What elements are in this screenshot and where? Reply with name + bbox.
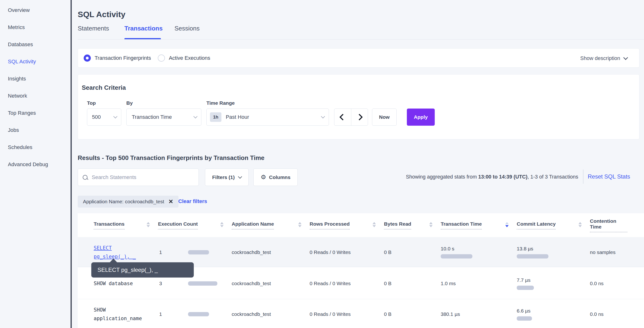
sidebar-item-top-ranges[interactable]: Top Ranges <box>0 105 70 122</box>
search-criteria-card: Search Criteria Top 500 By Transaction T… <box>78 74 640 140</box>
commit-latency-value: 6.6 µs <box>517 308 590 314</box>
filter-chip-label: Application Name: cockroachdb_test <box>83 199 164 204</box>
tab-statements[interactable]: Statements <box>78 25 109 32</box>
column-header-commit-latency: Commit Latency <box>517 221 590 229</box>
bytes-read-cell: 0 B <box>384 249 441 255</box>
sidebar-item-metrics[interactable]: Metrics <box>0 19 70 36</box>
clear-filters-link[interactable]: Clear filters <box>178 198 207 204</box>
show-description-toggle[interactable]: Show description <box>580 49 627 68</box>
commit-latency-bar <box>517 286 534 290</box>
sidebar-item-databases[interactable]: Databases <box>0 36 70 53</box>
stats-prefix: Showing aggregated stats from <box>406 174 478 180</box>
column-header-label[interactable]: Execution Count <box>158 221 198 229</box>
commit-latency-value: 7.7 µs <box>517 277 590 283</box>
tab-sessions[interactable]: Sessions <box>174 25 200 32</box>
sort-icon[interactable] <box>220 222 224 227</box>
sort-desc-icon[interactable] <box>505 222 508 227</box>
transaction-time-cell: 10.0 s <box>441 246 517 259</box>
sort-icon[interactable] <box>429 222 432 227</box>
transaction-fingerprint-text[interactable]: SHOW application_name <box>94 306 144 323</box>
radio-transaction-fingerprints[interactable] <box>84 54 91 62</box>
filters-button[interactable]: Filters (1) <box>205 168 248 186</box>
search-statements-box <box>78 168 199 186</box>
column-header-application-name: Application Name <box>232 221 310 229</box>
radio-label-transaction-fingerprints[interactable]: Transaction Fingerprints <box>94 55 151 61</box>
tab-transactions[interactable]: Transactions <box>124 25 162 32</box>
contention-time-cell: 0.0 ns <box>590 311 644 317</box>
sidebar-item-overview[interactable]: Overview <box>0 2 70 19</box>
execution-count-cell: 1 <box>158 249 232 255</box>
by-select[interactable]: Transaction Time <box>126 109 202 126</box>
time-range-step-buttons <box>334 109 368 126</box>
sort-icon[interactable] <box>578 222 582 227</box>
sort-icon[interactable] <box>146 222 150 227</box>
rows-processed-cell: 0 Reads / 0 Writes <box>310 311 384 317</box>
page-title: SQL Activity <box>78 10 125 19</box>
execution-count-value: 1 <box>159 311 188 317</box>
commit-latency-bar <box>517 316 532 321</box>
transaction-time-value: 1.0 ms <box>441 281 517 286</box>
application-name-cell: cockroachdb_test <box>232 281 310 286</box>
column-header-label[interactable]: Commit Latency <box>517 221 556 229</box>
transaction-fingerprint-text[interactable]: SHOW database <box>94 279 144 288</box>
top-label: Top <box>87 100 96 106</box>
execution-count-value: 1 <box>159 249 188 255</box>
column-header-bytes-read: Bytes Read <box>384 221 441 229</box>
results-heading: Results - Top 500 Transaction Fingerprin… <box>78 154 264 162</box>
transaction-time-cell: 1.0 ms <box>441 281 517 286</box>
filters-label: Filters (1) <box>212 174 235 180</box>
radio-label-active-executions[interactable]: Active Executions <box>169 55 210 61</box>
chevron-left-icon <box>340 114 346 120</box>
search-icon <box>83 175 88 180</box>
reset-sql-stats-link[interactable]: Reset SQL Stats <box>588 173 630 180</box>
sort-icon[interactable] <box>372 222 376 227</box>
view-toggle-card: Transaction Fingerprints Active Executio… <box>78 48 640 68</box>
sidebar-item-jobs[interactable]: Jobs <box>0 122 70 139</box>
column-header-transactions: Transactions <box>94 221 158 229</box>
top-select-value: 500 <box>92 114 101 120</box>
now-button[interactable]: Now <box>372 109 396 126</box>
close-icon[interactable]: ✕ <box>168 199 173 204</box>
sidebar-item-network[interactable]: Network <box>0 87 70 105</box>
column-header-label[interactable]: Application Name <box>232 221 274 229</box>
sidebar-item-sql-activity[interactable]: SQL Activity <box>0 53 70 70</box>
column-header-label[interactable]: Bytes Read <box>384 221 411 229</box>
column-header-execution-count: Execution Count <box>158 221 232 229</box>
column-header-label[interactable]: Rows Processed <box>310 221 350 229</box>
sort-icon[interactable] <box>298 222 302 227</box>
chevron-down-icon <box>238 174 242 178</box>
column-header-contention-time: Contention Time <box>590 218 644 232</box>
sidebar-item-insights[interactable]: Insights <box>0 70 70 87</box>
sidebar-item-advanced-debug[interactable]: Advanced Debug <box>0 156 70 173</box>
search-criteria-title: Search Criteria <box>82 84 126 91</box>
next-time-range-button[interactable] <box>351 109 368 126</box>
statement-tooltip: SELECT pg_sleep(_), _ <box>91 262 194 278</box>
execution-count-bar <box>188 312 209 316</box>
by-label: By <box>126 100 133 106</box>
sidebar-item-schedules[interactable]: Schedules <box>0 139 70 156</box>
stats-separator <box>583 169 584 184</box>
table-row[interactable]: SHOW application_name 1 cockroachdb_test… <box>78 300 644 328</box>
apply-button[interactable]: Apply <box>407 109 435 126</box>
commit-latency-value: 13.8 µs <box>517 246 590 252</box>
bytes-read-cell: 0 B <box>384 281 441 286</box>
commit-latency-cell: 13.8 µs <box>517 246 590 259</box>
columns-button[interactable]: ⚙ Columns <box>253 168 298 186</box>
previous-time-range-button[interactable] <box>334 109 351 126</box>
transaction-fingerprint-link[interactable]: SELECT pg_sleep(_), _ <box>94 244 144 261</box>
chevron-down-icon <box>114 115 118 119</box>
tabs-divider <box>78 39 644 39</box>
column-header-label[interactable]: Contention Time <box>590 218 627 232</box>
transaction-time-bar <box>441 254 472 259</box>
column-header-label[interactable]: Transactions <box>94 221 125 229</box>
sql-activity-page: Overview Metrics Databases SQL Activity … <box>0 0 644 328</box>
rows-processed-cell: 0 Reads / 0 Writes <box>310 281 384 286</box>
sidebar-divider <box>70 0 72 328</box>
search-statements-input[interactable] <box>91 174 188 181</box>
radio-active-executions[interactable] <box>158 54 165 62</box>
top-select[interactable]: 500 <box>87 109 121 126</box>
time-range-select[interactable]: 1h Past Hour <box>206 109 329 126</box>
rows-processed-cell: 0 Reads / 0 Writes <box>310 249 384 255</box>
column-header-label[interactable]: Transaction Time <box>441 221 482 229</box>
column-header-rows-processed: Rows Processed <box>310 221 384 229</box>
